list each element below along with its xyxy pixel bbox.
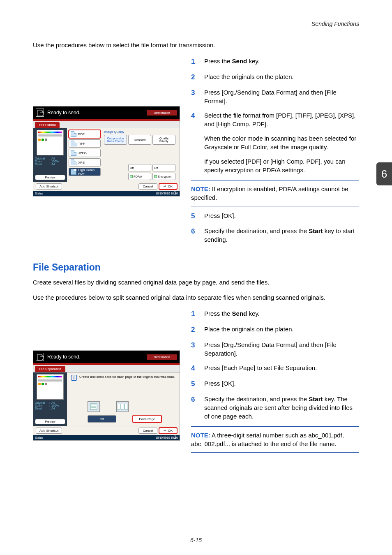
divider [191,180,359,180]
lock-icon [154,175,157,178]
each-page-preview-icon [116,401,129,412]
xps-icon [71,160,76,165]
panel-title: Ready to send. [47,110,81,116]
quality-priority-button[interactable]: QualityPriority [152,135,175,145]
info-icon: i [71,375,77,381]
format-highcomp-pdf-button[interactable]: High Comp.PDF [69,168,101,176]
send-icon [36,353,44,361]
enter-icon: ↵ [164,185,166,188]
preview-button[interactable]: Preview [35,419,65,424]
destination-count: 1 [174,435,176,439]
add-shortcut-button[interactable]: Add Shortcut [36,428,62,434]
panel-footer: Add Shortcut Cancel ↵OK [33,182,180,191]
jpeg-icon [71,150,76,156]
step4-note-b: If you selected [PDF] or [High Comp. PDF… [204,157,359,174]
pdfa-off-button[interactable]: Off [128,164,151,171]
pdfa-icon [130,175,133,178]
hcpdf-icon [71,169,76,175]
cancel-button[interactable]: Cancel [138,183,158,190]
status-bar: Status 10/10/2010 10:10 [33,435,180,440]
tab-file-format[interactable]: File Format [35,122,60,128]
format-options: PDF TIFF JPEG XPS High Comp.PDF [67,128,102,182]
standard-button[interactable]: Standard [128,135,151,145]
divider [33,29,359,29]
panel-title: Ready to send. [47,354,81,360]
destination-count: 1 [174,190,176,195]
encryption-off-button[interactable]: Off [152,164,175,171]
off-preview-icon [88,401,100,412]
tab-bar: File Format [33,121,180,128]
preview-sidebar: Original:A4 Zoom:100% Send:A4 Preview [33,372,67,426]
pdfa-button[interactable]: PDF/A [128,173,151,180]
panel-footer: Add Shortcut Cancel ↵OK [33,426,180,435]
preview-sidebar: Original:A4 Zoom:100% Send:A4 Preview [33,128,67,182]
note-2: NOTE: A three-digit serial number such a… [191,431,359,448]
svg-rect-6 [125,404,128,409]
destination-label: Destination [147,354,177,360]
format-tiff-button[interactable]: TIFF [69,139,101,148]
chapter-tab: 6 [376,162,392,185]
svg-rect-5 [121,404,124,409]
intro-text-2a: Create several files by dividing scanned… [33,279,359,286]
enter-icon: ↵ [164,429,166,432]
intro-text-2b: Use the procedures below to split scanne… [33,294,359,301]
format-pdf-button[interactable]: PDF [69,130,101,138]
format-jpeg-button[interactable]: JPEG [69,149,101,157]
screenshot-file-format: Ready to send. Destination 1 File Format [33,106,180,197]
steps-list-1: 1Press the Send key. 2Place the original… [191,57,359,128]
file-separation-options: i Create and send a file for each page o… [67,372,180,426]
ok-button[interactable]: ↵OK [159,428,177,434]
destination-label: Destination [147,110,177,116]
add-shortcut-button[interactable]: Add Shortcut [36,183,62,190]
preview-thumbnail [37,130,64,155]
compression-ratio-priority-button[interactable]: CompressionRatio Priority [104,135,127,145]
preview-button[interactable]: Preview [35,175,65,180]
encryption-button[interactable]: Encryption [152,173,175,180]
panel-header: Ready to send. Destination 1 [33,351,180,363]
each-page-button[interactable]: Each Page [133,415,161,423]
svg-rect-4 [117,404,120,409]
image-quality-label: Image Quality [104,130,178,134]
section-title-file-separation: File Separation [33,262,359,273]
tab-bar: File Separation [33,365,180,372]
send-icon [36,109,44,117]
steps-list-2: 1Press the Send key. 2Place the original… [191,309,359,420]
info-text: Create and send a file for each page of … [79,375,175,379]
format-xps-button[interactable]: XPS [69,158,101,166]
pdf-icon [71,131,76,137]
divider [191,426,359,427]
steps-list-1b: 5Press [OK]. 6Specify the destination, a… [191,211,359,244]
screenshot-file-separation: Ready to send. Destination 1 File Separa… [33,350,180,441]
page-number: 6-15 [0,537,392,543]
svg-rect-0 [90,404,97,409]
status-bar: Status 10/10/2010 10:10 [33,191,180,196]
section-header: Sending Functions [33,21,359,27]
image-quality-area: Image Quality CompressionRatio Priority … [102,128,180,182]
preview-thumbnail [37,374,64,400]
ok-button[interactable]: ↵OK [159,183,177,190]
step4-note-a: When the color mode in scanning has been… [204,134,359,151]
off-button[interactable]: Off [88,415,116,423]
intro-text-1: Use the procedures below to select the f… [33,42,359,49]
panel-header: Ready to send. Destination 1 [33,106,180,119]
cancel-button[interactable]: Cancel [138,428,158,434]
tiff-icon [71,141,76,146]
divider [191,452,359,453]
tab-file-separation[interactable]: File Separation [35,366,65,372]
note-1: NOTE: If encryption is enabled, PDF/A se… [191,185,359,202]
divider [191,206,359,206]
